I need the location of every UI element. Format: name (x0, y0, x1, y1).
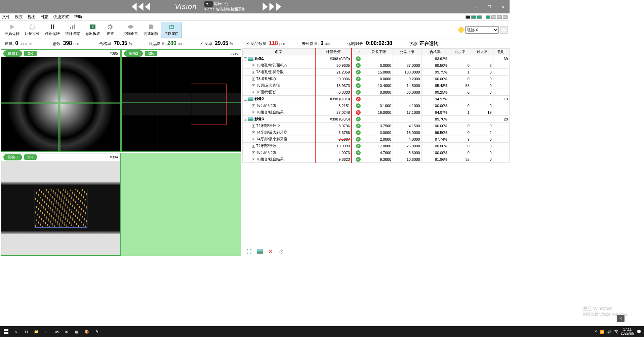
table-row[interactable]: +T8面积/面积0.0000✓0.000060.000099.25%03 (243, 89, 510, 96)
table-row[interactable]: +T8组合/组合结果27.0248✕16.000017.100094.97%11… (243, 109, 510, 116)
menu-设置[interactable]: 设置 (15, 14, 23, 20)
table-row[interactable]: +T3堵孔/形状分数21.2359✓15.0000100.000099.75%1… (243, 69, 510, 76)
app-brand: Vision (175, 2, 197, 11)
stat-bad-rate: 不良率:29.65% (200, 40, 233, 47)
results-table: 名字计算数值OK公差下限公差上限合格率过小不过大不耗时 −影像1#398 (0/… (242, 48, 510, 163)
svg-rect-10 (70, 27, 71, 29)
toolbar-window-button[interactable]: 切换窗口 (161, 22, 182, 38)
product-select[interactable]: 螺丝-X1 (465, 26, 499, 34)
toolbar-play-button[interactable]: 开始运转 (2, 22, 22, 38)
svg-marker-6 (10, 25, 14, 29)
camera-3[interactable]: 影像3 OK #394 (1, 153, 121, 256)
svg-point-15 (109, 26, 112, 28)
camera-2[interactable]: 影像2 OK #396 (121, 49, 241, 152)
camera-1[interactable]: 影像1 OK #395 (1, 49, 121, 152)
minimize-button[interactable]: ― (469, 4, 483, 10)
stop-icon (49, 23, 56, 31)
toolbar-excel-button[interactable]: X导出报表 (83, 22, 103, 38)
titlebar-subinfo: ▾ ▪ 运转中心 iForce 智能影像检测系统 (204, 1, 245, 11)
hand-icon (127, 23, 134, 31)
toolbar-stop-button[interactable]: 停止运转 (42, 22, 63, 38)
svg-rect-9 (53, 25, 54, 29)
table-group-row[interactable]: −影像3#398 (0/0/0)✓89.70%28 (243, 116, 510, 123)
combo-extra-button[interactable]: ― (500, 26, 508, 34)
stat-untested: 未检数量:0pcs (302, 40, 330, 47)
table-row[interactable]: +T4牙部/最小斜牙度3.5607✓2.00004.000097.74%90 (243, 136, 510, 143)
stat-runtime: 运转时长:0:00:02:38 (347, 40, 392, 47)
tools-button[interactable] (267, 247, 275, 255)
table-row[interactable]: +T3堵孔/偏心0.0006✓0.00000.2000100.00%00 (243, 76, 510, 82)
col-header[interactable]: 公差下限 (365, 49, 393, 55)
camera-2-frame: #396 (231, 51, 239, 55)
col-header[interactable]: OK (352, 49, 365, 55)
check-icon: ✓ (356, 144, 361, 148)
toolbar-hand-button[interactable]: 控制正常 (121, 22, 141, 38)
window-icon (168, 23, 175, 31)
tag-icon (457, 26, 465, 34)
svg-marker-5 (276, 3, 281, 11)
col-header[interactable]: 计算数值 (315, 49, 352, 55)
toolbar-chart-button[interactable]: 统计归零 (63, 22, 83, 38)
toolbar: 开始运转回炉重检停止运转统计归零X导出报表设置控制正常高速刷新切换窗口 螺丝-X… (0, 21, 510, 39)
menu-帮助[interactable]: 帮助 (74, 14, 82, 20)
toolbar-gear-button[interactable]: 设置 (103, 22, 118, 38)
svg-marker-7 (34, 24, 35, 26)
image-button[interactable] (256, 247, 264, 255)
panel-toolbar (242, 246, 510, 256)
camera-3-label: 影像3 (3, 154, 22, 160)
table-row[interactable]: +T3堵孔/堵孔面积%50.9635✓0.000087.000099.50%02 (243, 62, 510, 69)
camera-1-image (1, 57, 120, 151)
menu-日志[interactable]: 日志 (40, 14, 48, 20)
table-row[interactable]: +T4牙部/牙外径3.9796✓3.75004.1500100.00%00 (243, 123, 510, 129)
nav-prev-group[interactable] (131, 3, 151, 11)
col-header[interactable]: 过大不 (471, 49, 493, 55)
table-row[interactable]: +T6台阶/台阶3.2151✓3.10004.1000100.00%00 (243, 102, 510, 109)
status-indicators (466, 15, 508, 19)
col-header[interactable]: 耗时 (493, 49, 509, 55)
svg-rect-8 (51, 25, 52, 29)
col-header[interactable]: 名字 (243, 49, 315, 55)
close-button[interactable]: ✕ (496, 4, 510, 10)
table-group-row[interactable]: −影像1#398 (0/0/0)✓83.92%39 (243, 55, 510, 62)
table-group-row[interactable]: −影像2#398 (0/0/0)✕94.97%19 (243, 96, 510, 102)
menu-视图[interactable]: 视图 (28, 14, 36, 20)
check-icon: ✓ (356, 63, 361, 68)
check-icon: ✓ (356, 157, 361, 162)
fit-button[interactable] (245, 247, 253, 255)
stats-bar: 速度:0pcs/min 总数:398pcs 合格率:70.35% 良品数量:28… (0, 39, 510, 48)
check-icon: ✓ (356, 56, 361, 61)
stat-bad-qty: 不良品数量:118pcs (246, 40, 285, 47)
camera-empty (121, 153, 241, 256)
menu-快捷方式[interactable]: 快捷方式 (53, 14, 69, 20)
menu-文件[interactable]: 文件 (2, 14, 10, 20)
toolbar-db-button[interactable]: 高速刷新 (141, 22, 161, 38)
stat-total: 总数:398pcs (52, 40, 79, 47)
table-row[interactable]: +T8组合/组合结果9.8623✓9.300010.600091.96%320 (243, 156, 510, 163)
table-row[interactable]: +T5圆/最大直径13.9373✓13.400014.500085.43%580 (243, 82, 510, 89)
camera-3-frame: #394 (110, 155, 118, 159)
camera-2-image (122, 57, 241, 151)
recycle-icon (29, 23, 36, 31)
table-row[interactable]: +T4牙部/最大斜牙度6.6786✓3.000013.000099.50%02 (243, 129, 510, 136)
table-row[interactable]: +T5台阶/台阶4.9073✓4.70005.3000100.00%00 (243, 149, 510, 156)
stat-status: 状态:正在运转 (409, 41, 438, 47)
check-icon: ✓ (356, 90, 361, 95)
col-header[interactable]: 过小不 (449, 49, 471, 55)
table-row[interactable]: +T4牙部/牙数19.0000✓17.000025.0000100.00%00 (243, 143, 510, 149)
titlebar: Vision ▾ ▪ 运转中心 iForce 智能影像检测系统 ― ❐ ✕ (0, 0, 510, 13)
check-icon: ✓ (356, 70, 361, 75)
camera-1-label: 影像1 (3, 50, 22, 57)
maximize-button[interactable]: ❐ (483, 4, 496, 10)
svg-rect-12 (74, 25, 75, 29)
col-header[interactable]: 公差上限 (393, 49, 421, 55)
check-icon: ✓ (356, 124, 361, 128)
check-icon: ✓ (356, 117, 361, 122)
svg-rect-11 (72, 26, 73, 29)
gear-icon (107, 23, 114, 31)
timer-button[interactable] (277, 247, 285, 255)
toolbar-recycle-button[interactable]: 回炉重检 (22, 22, 42, 38)
nav-next-group[interactable] (262, 3, 282, 11)
center-dropdown[interactable]: ▾ ▪ (204, 1, 213, 7)
svg-marker-4 (270, 3, 275, 11)
col-header[interactable]: 合格率 (421, 49, 449, 55)
